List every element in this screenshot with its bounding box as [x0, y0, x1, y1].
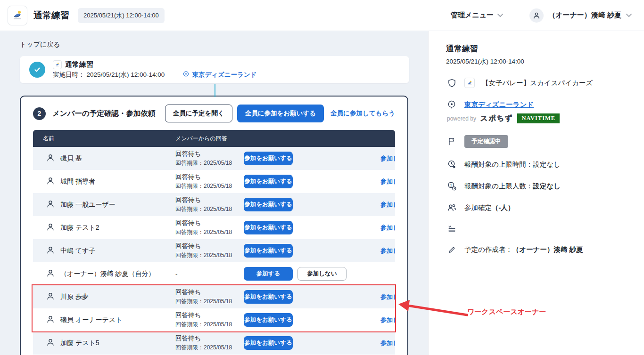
member-name: 加藤 テスト2	[60, 224, 99, 232]
user-name: （オーナー）湊﨑 紗夏	[548, 11, 621, 20]
response-deadline: 回答期限：2025/05/18	[175, 205, 244, 213]
flag-icon	[446, 137, 457, 146]
allow-join-link[interactable]: 参加してもらう	[380, 339, 395, 347]
event-date-badge: 2025/05/21(水) 12:00-14:00	[78, 8, 165, 23]
back-to-top-link[interactable]: トップに戻る	[20, 40, 428, 49]
response-cell: 回答待ち回答期限：2025/05/18	[175, 173, 244, 190]
app-logo	[8, 6, 27, 25]
member-name: 磯貝 基	[60, 154, 82, 163]
member-name: 中嶋 てす子	[60, 247, 96, 255]
response-cell: 回答待ち回答期限：2025/05/18	[175, 219, 244, 236]
member-name: 城間 指導者	[60, 178, 95, 186]
section-title: メンバーの予定確認・参加依頼	[52, 109, 155, 119]
column-header-name: 名前	[33, 135, 175, 143]
request-join-button[interactable]: 参加をお願いする	[244, 244, 293, 258]
member-row: 磯貝 基回答待ち回答期限：2025/05/18参加をお願いする参加してもらう	[33, 147, 395, 170]
avatar	[529, 8, 544, 23]
person-icon	[46, 268, 55, 280]
allow-join-link[interactable]: 参加してもらう	[380, 247, 395, 255]
response-cell: 回答待ち回答期限：2025/05/18	[175, 242, 244, 259]
step-number-badge: 2	[33, 107, 46, 120]
response-status: 回答待ち	[175, 150, 244, 158]
sidebar-event-datetime: 2025/05/21(水) 12:00-14:00	[446, 57, 631, 66]
request-join-button[interactable]: 参加をお願いする	[244, 336, 293, 350]
member-name-cell: （オーナー）湊﨑 紗夏（自分）	[33, 268, 175, 280]
team-name: 【女子バレー】スカイスパイカーズ	[482, 79, 593, 88]
member-table: 名前 メンバーからの回答 磯貝 基回答待ち回答期限：2025/05/18参加をお…	[33, 130, 395, 355]
pencil-icon	[446, 245, 457, 254]
event-summary-card: 通常練習 実施日時： 2025/05/21(水) 12:00-14:00 東京デ…	[20, 56, 409, 83]
event-datetime: 2025/05/21(水) 12:00-14:00	[87, 71, 165, 79]
response-status: -	[175, 270, 244, 277]
column-header-response: メンバーからの回答	[175, 135, 244, 143]
response-status: 回答待ち	[175, 219, 244, 227]
member-name-cell: 城間 指導者	[33, 176, 175, 187]
member-row: 加藤 一般ユーザー回答待ち回答期限：2025/05/18参加をお願いする参加して…	[33, 193, 395, 216]
member-name-cell: 磯貝 基	[33, 153, 175, 164]
creator-name: （オーナー）湊﨑 紗夏	[512, 246, 583, 253]
allow-join-link[interactable]: 参加してもらう	[380, 224, 395, 232]
ask-all-join-button[interactable]: 全員に参加をお願いする	[237, 105, 324, 122]
action-cell: 参加をお願いする	[244, 221, 380, 234]
creator-label: 予定の作成者：	[464, 246, 512, 253]
reward-time-label: 報酬対象の上限時間：	[464, 161, 533, 168]
person-icon	[46, 153, 55, 164]
allow-join-link[interactable]: 参加してもらう	[380, 178, 395, 186]
powered-by-label: powered by	[447, 115, 476, 122]
reward-people-label: 報酬対象の上限人数：	[464, 182, 533, 190]
status-badge: 予定確認中	[464, 135, 508, 148]
response-status: 回答待ち	[175, 334, 244, 343]
people-limit-icon: 1	[446, 181, 457, 191]
event-location-link[interactable]: 東京ディズニーランド	[192, 71, 256, 79]
action-cell: 参加をお願いする	[244, 244, 380, 258]
action-cell: 参加をお願いする	[244, 152, 380, 165]
table-header: 名前 メンバーからの回答	[33, 130, 395, 147]
spochizu-logo: スポちず	[480, 114, 513, 123]
participants-icon	[446, 203, 457, 213]
admin-menu-label: 管理メニュー	[451, 11, 494, 20]
time-limit-icon	[446, 160, 457, 169]
member-row: 中嶋 てす子回答待ち回答期限：2025/05/18参加をお願いする参加してもらう	[33, 239, 395, 262]
event-datetime-label: 実施日時：	[53, 71, 85, 79]
response-cell: -	[175, 270, 244, 277]
event-detail-sidebar: 通常練習 2025/05/21(水) 12:00-14:00 【女子バレー】スカ…	[428, 31, 644, 355]
member-row: 加藤 テスト5回答待ち回答期限：2025/05/18参加をお願いする参加してもら…	[33, 331, 395, 355]
notes-icon	[446, 225, 457, 234]
person-icon	[46, 245, 55, 257]
request-join-button[interactable]: 参加をお願いする	[244, 198, 293, 211]
response-deadline: 回答期限：2025/05/18	[175, 228, 244, 236]
member-name: 加藤 テスト5	[60, 339, 99, 347]
request-join-button[interactable]: 参加をお願いする	[244, 175, 293, 188]
member-row: 加藤 テスト2回答待ち回答期限：2025/05/18参加をお願いする参加してもら…	[33, 216, 395, 239]
reward-people-value: 設定なし	[533, 182, 561, 190]
person-icon	[532, 11, 541, 20]
user-menu[interactable]: （オーナー）湊﨑 紗夏	[529, 8, 632, 23]
join-button[interactable]: 参加する	[244, 267, 293, 281]
team-logo-icon	[53, 60, 62, 69]
sidebar-location-link[interactable]: 東京ディズニーランド	[464, 100, 534, 109]
reward-time-value: 設定なし	[533, 161, 561, 168]
member-name-cell: 加藤 テスト5	[33, 338, 175, 349]
allow-join-link[interactable]: 参加してもらう	[380, 154, 395, 163]
team-logo-icon	[10, 8, 25, 23]
make-all-join-link[interactable]: 全員に参加してもらう	[330, 109, 395, 118]
main-panel: トップに戻る 通常練習 実施日時： 2025/05/21(水) 12:00-14…	[0, 31, 428, 355]
decline-button[interactable]: 参加しない	[297, 267, 347, 281]
admin-menu[interactable]: 管理メニュー	[451, 11, 503, 20]
request-join-button[interactable]: 参加をお願いする	[244, 221, 293, 234]
member-confirm-section: 2 メンバーの予定確認・参加依頼 全員に予定を聞く 全員に参加をお願いする 全員…	[20, 96, 408, 355]
response-cell: 回答待ち回答期限：2025/05/18	[175, 196, 244, 213]
confirmed-value: （-人）	[492, 204, 514, 211]
response-deadline: 回答期限：2025/05/18	[175, 182, 244, 190]
owner-highlight-box	[32, 284, 396, 332]
ask-all-schedule-button[interactable]: 全員に予定を聞く	[165, 105, 232, 122]
action-cell: 参加をお願いする	[244, 175, 380, 188]
location-pin-icon	[182, 71, 190, 79]
request-join-button[interactable]: 参加をお願いする	[244, 152, 293, 165]
member-row: 城間 指導者回答待ち回答期限：2025/05/18参加をお願いする参加してもらう	[33, 170, 395, 193]
allow-join-link[interactable]: 参加してもらう	[380, 201, 395, 209]
person-icon	[46, 222, 55, 234]
response-status: 回答待ち	[175, 242, 244, 250]
member-name-cell: 中嶋 てす子	[33, 245, 175, 257]
action-cell: 参加する参加しない	[244, 267, 380, 281]
